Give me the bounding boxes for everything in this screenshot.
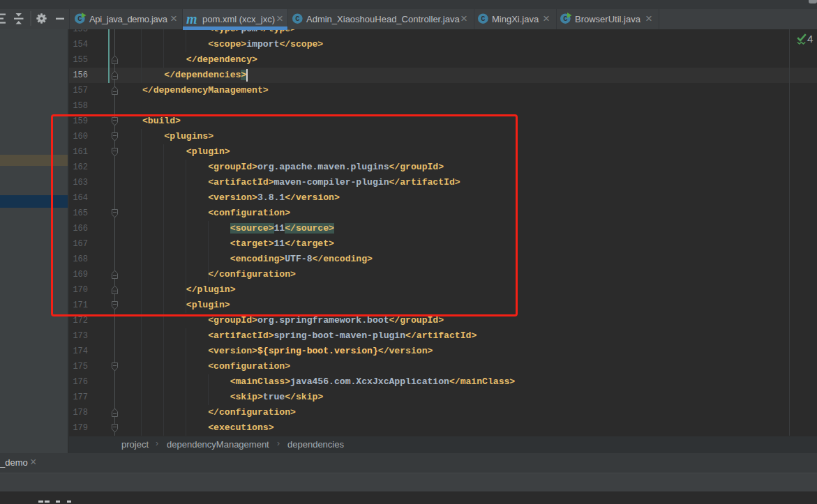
svg-text:4: 4 — [807, 33, 813, 45]
svg-text:C: C — [481, 15, 486, 23]
svg-text:C: C — [295, 15, 300, 23]
